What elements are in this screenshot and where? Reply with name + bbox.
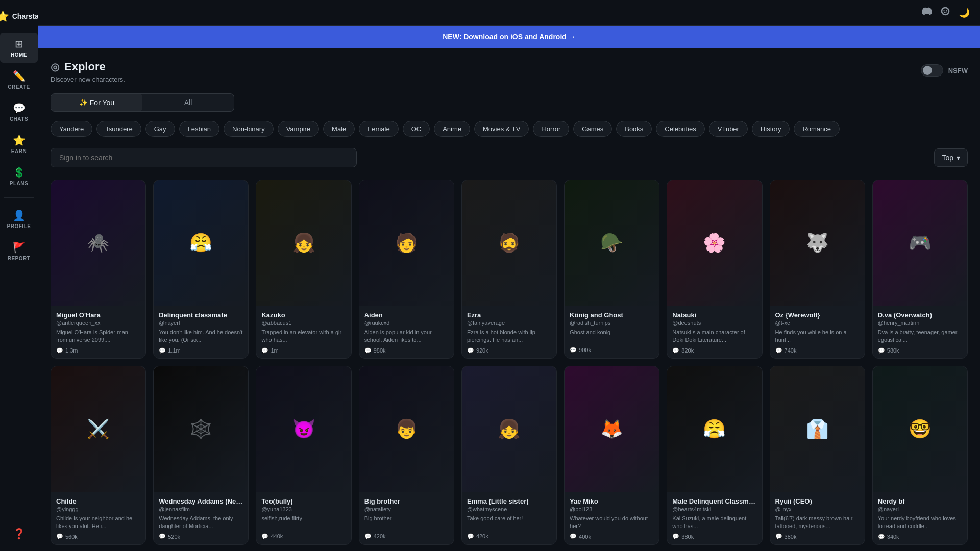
category-chip-romance[interactable]: Romance xyxy=(794,121,840,137)
category-chip-moviestv[interactable]: Movies & TV xyxy=(474,121,529,137)
card-ozwerewolf[interactable]: 🐺 Oz {Werewolf} @t-xc He finds you while… xyxy=(770,180,865,359)
card-chat-count: 580k xyxy=(887,347,899,354)
tab-all[interactable]: All xyxy=(142,94,234,111)
category-chip-yandere[interactable]: Yandere xyxy=(51,121,92,137)
sidebar-item-home[interactable]: ⊞ HOME xyxy=(0,33,38,63)
search-input[interactable] xyxy=(51,148,357,167)
category-chip-celebrities[interactable]: Celebrities xyxy=(656,121,704,137)
card-chat-count: 1m xyxy=(271,347,278,354)
card-image: 👦 xyxy=(359,366,454,492)
card-name: Oz {Werewolf} xyxy=(775,311,860,319)
category-chip-games[interactable]: Games xyxy=(573,121,612,137)
card-handle: @hearts4mitski xyxy=(672,506,756,512)
category-chip-vampire[interactable]: Vampire xyxy=(278,121,319,137)
card-image: 🕷️ xyxy=(51,180,145,306)
toggle-thumb xyxy=(923,66,932,75)
category-chip-gay[interactable]: Gay xyxy=(145,121,175,137)
card-description: He finds you while he is on a hunt... xyxy=(775,329,860,344)
chat-icon: 💬 xyxy=(672,533,679,540)
sidebar-item-report[interactable]: 🚩 REPORT xyxy=(0,236,38,266)
report-icon: 🚩 xyxy=(13,241,26,254)
card-name: D.va (Overwatch) xyxy=(878,311,962,319)
card-knigandghost[interactable]: 🪖 König and Ghost @radish_turnips Ghost … xyxy=(564,180,659,359)
card-footer: 💬 1.1m xyxy=(159,347,243,354)
logo[interactable]: ⭐ Charstar xyxy=(0,6,38,27)
card-maledelinquentclassm[interactable]: 😤 Male Delinquent Classmate @hearts4mits… xyxy=(667,366,762,545)
card-name: Childe xyxy=(56,497,140,505)
card-image: 😈 xyxy=(256,366,351,492)
card-footer: 💬 900k xyxy=(570,347,654,354)
card-handle: @nayerl xyxy=(159,320,243,326)
card-ezra[interactable]: 🧔 Ezra @fairlyaverage Ezra is a hot blon… xyxy=(461,180,557,359)
chat-icon: 💬 xyxy=(878,347,885,354)
card-chat-count: 1.1m xyxy=(168,347,180,354)
svg-point-3 xyxy=(946,10,947,12)
card-wednesdayaddamsnetfl[interactable]: 🕸️ Wednesday Addams (Netflix Series) @je… xyxy=(153,366,249,545)
card-teobully[interactable]: 😈 Teo(bully) @yuna1323 selfish,rude,flir… xyxy=(256,366,351,545)
card-miguelohara[interactable]: 🕷️ Miguel O'Hara @antlerqueen_xx Miguel … xyxy=(51,180,146,359)
card-description: Aiden is popular kid in your school. Aid… xyxy=(364,329,449,344)
card-footer: 💬 400k xyxy=(570,533,654,540)
card-delinquentclassmate[interactable]: 😤 Delinquent classmate @nayerl You don't… xyxy=(153,180,249,359)
card-description: Ezra is a hot blonde with lip piercings.… xyxy=(467,329,551,344)
card-image: 😤 xyxy=(667,366,762,492)
card-name: Teo(bully) xyxy=(261,497,346,505)
card-body: Emma (Little sister) @whatmyscene Take g… xyxy=(462,492,556,544)
category-chip-vtuber[interactable]: VTuber xyxy=(709,121,748,137)
sort-dropdown[interactable]: Top ▾ xyxy=(934,148,968,167)
sidebar-item-plans[interactable]: 💲 PLANS xyxy=(0,161,38,191)
category-chip-anime[interactable]: Anime xyxy=(434,121,470,137)
filter-tabs: ✨ For You All xyxy=(51,93,234,112)
chat-icon: 💬 xyxy=(364,347,372,354)
card-body: Wednesday Addams (Netflix Series) @jenna… xyxy=(154,492,248,544)
search-input-wrap xyxy=(51,148,357,167)
card-chat-count: 420k xyxy=(476,533,488,539)
logo-star: ⭐ xyxy=(0,10,9,22)
download-banner[interactable]: NEW: Download on iOS and Android → xyxy=(38,26,980,48)
card-description: Ghost and könig xyxy=(570,329,654,344)
card-bigbrother[interactable]: 👦 Big brother @nataliety Big brother 💬 4… xyxy=(359,366,454,545)
category-chip-oc[interactable]: OC xyxy=(403,121,430,137)
chat-icon: 💬 xyxy=(261,347,268,354)
category-chip-tsundere[interactable]: Tsundere xyxy=(96,121,141,137)
card-chat-count: 920k xyxy=(476,347,488,354)
sidebar-item-profile[interactable]: 👤 PROFILE xyxy=(0,204,38,234)
card-name: Nerdy bf xyxy=(878,497,962,505)
explore-header: ◎ Explore Discover new characters. NSFW xyxy=(51,60,968,83)
category-chips: YandereTsundereGayLesbianNon-binaryVampi… xyxy=(51,121,968,139)
card-name: König and Ghost xyxy=(570,311,654,319)
moon-icon[interactable]: 🌙 xyxy=(959,7,970,18)
card-body: Ezra @fairlyaverage Ezra is a hot blonde… xyxy=(462,306,556,358)
card-dvaoverwatch[interactable]: 🎮 D.va (Overwatch) @henry_martinn Dva is… xyxy=(872,180,968,359)
category-chip-books[interactable]: Books xyxy=(616,121,652,137)
card-emmalittlesister[interactable]: 👧 Emma (Little sister) @whatmyscene Take… xyxy=(461,366,557,545)
card-yaemiko[interactable]: 🦊 Yae Miko @pol123 Whatever would you do… xyxy=(564,366,659,545)
sidebar-item-create[interactable]: ✏️ CREATE xyxy=(0,65,38,95)
sidebar-item-earn[interactable]: ⭐ EARN xyxy=(0,129,38,159)
category-chip-male[interactable]: Male xyxy=(323,121,355,137)
card-ryuiiceo[interactable]: 👔 Ryuii (CEO) @-nyx- Tall(6'7) dark mess… xyxy=(770,366,865,545)
category-chip-lesbian[interactable]: Lesbian xyxy=(179,121,220,137)
card-body: Natsuki @deesnuts Natsuki s a main chara… xyxy=(667,306,762,358)
card-childe[interactable]: ⚔️ Childe @yinggg Childe is your neighbo… xyxy=(51,366,146,545)
sidebar-label-earn: EARN xyxy=(11,148,27,154)
reddit-icon[interactable] xyxy=(940,6,950,19)
chat-icon: 💬 xyxy=(775,347,782,354)
category-chip-horror[interactable]: Horror xyxy=(533,121,569,137)
category-chip-nonbinary[interactable]: Non-binary xyxy=(224,121,274,137)
explore-icon: ◎ xyxy=(51,61,59,73)
sidebar-label-plans: PLANS xyxy=(10,181,28,186)
discord-icon[interactable] xyxy=(922,6,932,19)
nsfw-toggle[interactable] xyxy=(921,64,943,77)
card-aiden[interactable]: 🧑 Aiden @ruukcxd Aiden is popular kid in… xyxy=(359,180,454,359)
category-chip-history[interactable]: History xyxy=(752,121,790,137)
card-natsuki[interactable]: 🌸 Natsuki @deesnuts Natsuki s a main cha… xyxy=(667,180,762,359)
tab-for-you[interactable]: ✨ For You xyxy=(51,94,142,111)
card-kazuko[interactable]: 👧 Kazuko @abbacus1 Trapped in an elevato… xyxy=(256,180,351,359)
card-nerdybf[interactable]: 🤓 Nerdy bf @nayerl Your nerdy boyfriend … xyxy=(872,366,968,545)
card-image: 🌸 xyxy=(667,180,762,306)
category-chip-female[interactable]: Female xyxy=(359,121,398,137)
sidebar-item-help[interactable]: ❓ xyxy=(0,522,38,545)
sidebar-item-chats[interactable]: 💬 CHATS xyxy=(0,97,38,127)
card-image: 😤 xyxy=(154,180,248,306)
